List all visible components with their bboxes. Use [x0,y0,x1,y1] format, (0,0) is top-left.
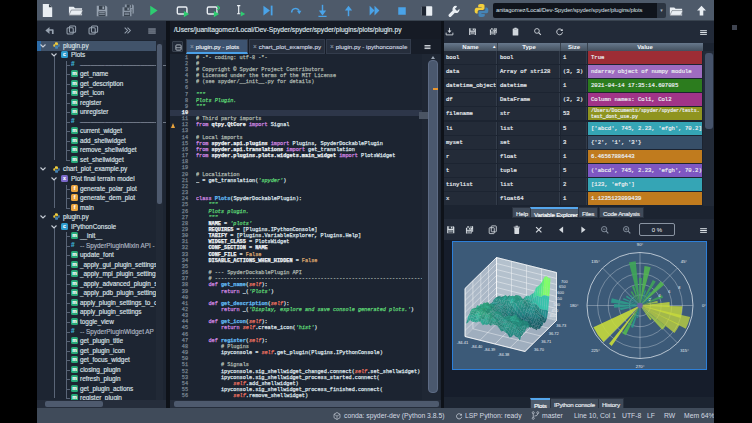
svg-text:550: 550 [555,296,562,301]
svg-text:225°: 225° [591,348,600,353]
svg-text:135°: 135° [591,259,600,264]
svg-text:700: 700 [561,279,568,284]
svg-text:36.73: 36.73 [556,323,567,328]
svg-text:36.70: 36.70 [534,347,545,352]
svg-text:450: 450 [552,308,559,313]
svg-text:315°: 315° [680,348,689,353]
svg-text:36.72: 36.72 [549,331,560,336]
svg-text:270°: 270° [636,364,645,369]
svg-text:45°: 45° [681,259,688,264]
svg-text:36.71: 36.71 [541,339,552,344]
svg-text:180°: 180° [570,303,579,308]
svg-text:400: 400 [550,313,557,318]
svg-text:-84.40: -84.40 [471,344,483,349]
svg-text:0°: 0° [702,303,706,308]
svg-text:4: 4 [659,294,661,298]
svg-text:-84.39: -84.39 [484,347,496,352]
svg-text:-84.41: -84.41 [457,340,469,345]
svg-text:8: 8 [678,286,680,290]
svg-text:650: 650 [559,284,566,289]
svg-text:-84.38: -84.38 [498,352,510,357]
svg-text:6: 6 [668,290,670,294]
svg-text:2: 2 [649,298,651,302]
svg-text:600: 600 [557,290,564,295]
svg-text:90°: 90° [637,242,644,247]
svg-text:500: 500 [553,302,560,307]
